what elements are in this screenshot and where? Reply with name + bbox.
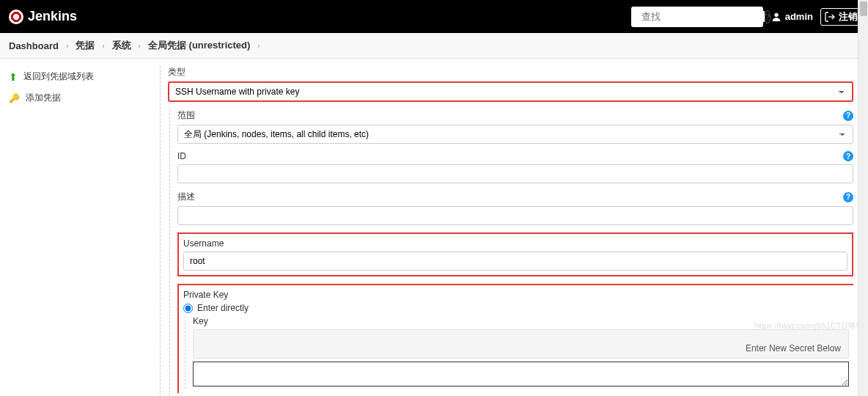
id-label: ID [177, 151, 186, 161]
sidebar: ⬆ 返回到凭据域列表 🔑 添加凭据 [0, 59, 152, 396]
help-icon[interactable]: ? [843, 151, 853, 161]
help-icon[interactable]: ? [843, 192, 853, 202]
enter-directly-radio[interactable] [183, 304, 193, 313]
description-input[interactable] [177, 206, 853, 225]
username-label: Username [183, 238, 224, 249]
scrollbar[interactable] [858, 0, 868, 396]
enter-directly-label: Enter directly [197, 303, 249, 313]
description-label: 描述 [177, 191, 195, 203]
search-help-icon[interactable]: ? [765, 10, 770, 23]
search-input[interactable] [641, 11, 765, 22]
chevron-right-icon: › [66, 42, 68, 50]
watermark: https://blog.csdn@51CTO博客 [754, 320, 864, 331]
scrollbar-thumb[interactable] [860, 1, 867, 16]
key-icon: 🔑 [9, 93, 20, 103]
user-link[interactable]: admin [770, 11, 813, 23]
jenkins-logo[interactable]: Jenkins [9, 9, 77, 24]
user-icon [770, 11, 782, 23]
type-label: 类型 [168, 66, 185, 78]
username-input[interactable] [183, 252, 847, 271]
svg-point-2 [774, 12, 778, 16]
chevron-right-icon: › [139, 42, 141, 50]
arrow-up-icon: ⬆ [9, 71, 18, 83]
brand-text: Jenkins [28, 9, 77, 24]
search-box[interactable]: ? [631, 7, 763, 27]
chevron-right-icon: › [257, 42, 260, 50]
credential-type-select[interactable]: SSH Username with private key [168, 81, 853, 102]
scope-label: 范围 [177, 109, 195, 122]
breadcrumb: Dashboard › 凭据 › 系统 › 全局凭据 (unrestricted… [0, 33, 868, 59]
logout-button[interactable]: 注销 [820, 8, 859, 26]
logout-icon [824, 11, 836, 23]
id-input[interactable] [177, 164, 853, 183]
privatekey-label: Private Key [183, 290, 228, 300]
sidebar-add-label: 添加凭据 [26, 92, 61, 104]
sidebar-back-label: 返回到凭据域列表 [23, 70, 94, 83]
jenkins-icon [9, 10, 23, 24]
user-name: admin [785, 11, 813, 22]
key-label: Key [193, 316, 208, 326]
help-icon[interactable]: ? [843, 111, 853, 121]
top-header: Jenkins ? admin 注销 [0, 0, 868, 33]
sidebar-back-link[interactable]: ⬆ 返回到凭据域列表 [0, 66, 152, 87]
sidebar-add-credential[interactable]: 🔑 添加凭据 [0, 87, 152, 109]
content-area: 类型 SSH Username with private key 范围 ? 全局… [152, 59, 868, 396]
chevron-right-icon: › [102, 42, 104, 50]
breadcrumb-global[interactable]: 全局凭据 (unrestricted) [148, 39, 250, 52]
breadcrumb-system[interactable]: 系统 [112, 39, 131, 52]
scope-select[interactable]: 全局 (Jenkins, nodes, items, all child ite… [177, 125, 853, 144]
secret-hint: Enter New Secret Below [193, 329, 849, 359]
logout-text: 注销 [839, 10, 858, 23]
breadcrumb-dashboard[interactable]: Dashboard [9, 40, 59, 51]
breadcrumb-credentials[interactable]: 凭据 [76, 39, 95, 52]
private-key-textarea[interactable] [193, 362, 849, 386]
